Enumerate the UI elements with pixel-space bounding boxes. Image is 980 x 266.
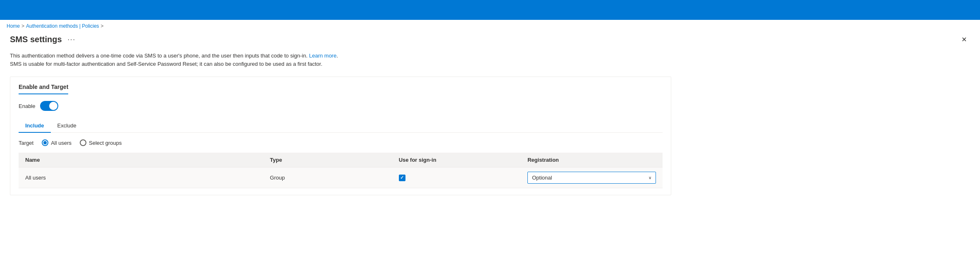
target-label: Target [19,140,33,146]
tab-exclude[interactable]: Exclude [51,119,83,133]
breadcrumb-home[interactable]: Home [7,23,20,29]
signin-checkbox[interactable] [399,175,405,181]
section-title: Enable and Target [19,84,663,101]
row-type: Group [263,168,392,188]
row-name: All users [19,168,263,188]
page-title-area: SMS settings ··· [10,35,78,44]
radio-select-groups[interactable]: Select groups [80,139,122,146]
radio-all-users-circle [42,139,48,146]
row-signin [392,168,521,188]
enable-toggle[interactable] [40,101,58,111]
breadcrumb-auth-methods[interactable]: Authentication methods | Policies [26,23,99,29]
dropdown-arrow-icon: ∨ [649,175,651,180]
more-options-button[interactable]: ··· [65,35,78,44]
toggle-track [40,101,58,111]
description-line1: This authentication method delivers a on… [10,53,308,59]
page-title: SMS settings [10,35,62,44]
learn-more-link[interactable]: Learn more [309,53,336,59]
breadcrumb-sep-1: > [21,23,24,29]
include-exclude-tabs: Include Exclude [19,119,663,133]
radio-all-users-label: All users [51,140,72,146]
col-header-name: Name [19,153,263,168]
table-body: All users Group Optional ∨ [19,168,663,188]
users-table: Name Type Use for sign-in Registration A… [19,153,663,188]
target-row: Target All users Select groups [19,139,663,146]
row-registration: Optional ∨ [521,168,663,188]
radio-select-groups-label: Select groups [89,140,122,146]
radio-select-groups-circle [80,139,86,146]
table-header: Name Type Use for sign-in Registration [19,153,663,168]
radio-all-users[interactable]: All users [42,139,72,146]
col-header-type: Type [263,153,392,168]
tab-include[interactable]: Include [19,119,51,133]
close-button[interactable]: ✕ [958,34,970,45]
enable-row: Enable [19,101,663,111]
enable-target-section: Enable and Target Enable Include Exclude… [10,77,671,195]
registration-dropdown[interactable]: Optional ∨ [527,172,656,184]
breadcrumb: Home > Authentication methods | Policies… [0,20,980,31]
col-header-registration: Registration [521,153,663,168]
main-content: SMS settings ··· ✕ This authentication m… [0,31,980,205]
enable-label: Enable [19,103,35,109]
dropdown-value: Optional [532,175,552,181]
table-row: All users Group Optional ∨ [19,168,663,188]
description-text: This authentication method delivers a on… [10,52,382,68]
top-navigation-bar [0,0,980,20]
toggle-thumb [49,102,57,110]
col-header-signin: Use for sign-in [392,153,521,168]
breadcrumb-sep-2: > [101,23,104,29]
page-header: SMS settings ··· ✕ [10,31,970,52]
description-line2: SMS is usable for multi-factor authentic… [10,61,322,67]
